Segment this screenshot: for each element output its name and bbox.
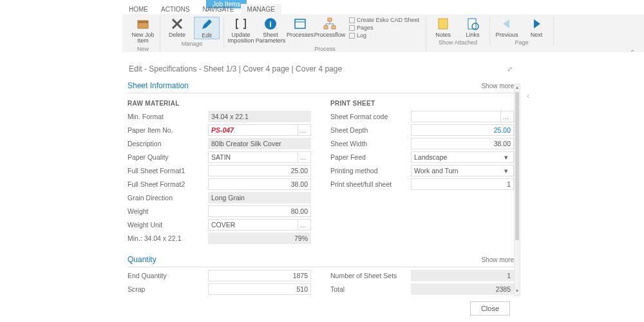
sheet-parameters-button[interactable]: iSheetParameters <box>258 17 283 44</box>
links-label: Links <box>466 32 480 38</box>
notes-button[interactable]: Notes <box>430 17 456 38</box>
flow-icon <box>323 17 337 31</box>
tab-home[interactable]: HOME <box>122 4 155 14</box>
ribbon-group-label: Process <box>314 46 336 52</box>
field-min-format: 34.04 x 22.1 <box>208 111 311 122</box>
info-icon: i <box>263 17 278 31</box>
label-sheet-width: Sheet Width <box>330 140 411 147</box>
update-imposition-button[interactable]: UpdateImposition <box>228 17 254 44</box>
ribbon-check-log[interactable]: Log <box>349 32 419 39</box>
label-min-format: Min. Format <box>128 113 208 120</box>
previous-label: Previous <box>496 32 518 38</box>
processflow-button[interactable]: Processflow <box>317 17 343 38</box>
svg-rect-8 <box>328 18 332 21</box>
label-scrap: Scrap <box>128 285 208 293</box>
checkbox-icon <box>349 33 355 39</box>
dropdown-paper-feed-icon[interactable]: ▾ <box>502 151 511 163</box>
field-full-sheet-1[interactable]: 25.00 <box>208 165 311 176</box>
delete-label: Delete <box>169 32 185 38</box>
field-end-qty[interactable]: 1875 <box>208 270 311 281</box>
field-paper-quality[interactable]: SATIN … <box>208 151 311 163</box>
ribbon-group-label: Manage <box>182 41 203 47</box>
field-total: 2385 <box>411 283 514 295</box>
field-scrap[interactable]: 510 <box>208 283 311 295</box>
dropdown-printing-method-icon[interactable]: ▾ <box>502 165 511 176</box>
field-printing-method[interactable]: Work and Turn ▾ <box>411 165 514 176</box>
brackets-icon <box>234 17 248 31</box>
next-label: Next <box>531 32 543 38</box>
field-description: 80lb Creator Silk Cover <box>208 138 311 149</box>
svg-rect-9 <box>324 26 328 29</box>
field-sheet-width[interactable]: 38.00 <box>411 138 514 149</box>
ribbon-check-label: Pages <box>357 24 374 31</box>
section-title-sheet-info: Sheet Information <box>128 81 189 90</box>
vertical-scrollbar[interactable]: ▴ ▾ <box>514 84 520 296</box>
lookup-paper-quality-icon[interactable]: … <box>298 152 308 162</box>
label-end-qty: End Quantity <box>128 272 208 279</box>
tab-manage[interactable]: MANAGE <box>241 4 281 14</box>
links-button[interactable]: Links <box>460 17 486 38</box>
label-total: Total <box>330 285 411 293</box>
field-format-code[interactable]: … <box>411 111 514 122</box>
previous-button[interactable]: Previous <box>494 17 520 38</box>
scroll-up-icon[interactable]: ▴ <box>515 84 520 92</box>
label-paper-item: Paper Item No. <box>128 126 208 134</box>
next-button[interactable]: Next <box>524 17 549 38</box>
show-more-quantity[interactable]: Show more <box>481 256 514 263</box>
field-sheet-depth[interactable]: 25.00 <box>411 124 514 136</box>
field-full-sheet-2[interactable]: 38.00 <box>208 178 311 190</box>
svg-rect-1 <box>138 21 148 23</box>
ribbon: New JobItemNewDeleteEditManageUpdateImpo… <box>122 14 644 52</box>
lookup-format-code-icon[interactable]: … <box>500 111 511 122</box>
label-paper-feed: Paper Feed <box>330 153 411 161</box>
notes-label: Notes <box>435 32 451 38</box>
expand-icon[interactable]: ⤢ <box>507 65 513 73</box>
delete-button[interactable]: Delete <box>164 17 190 38</box>
update-imposition-label: UpdateImposition <box>227 32 254 44</box>
main-panel: Edit - Specifications - Sheet 1/3 | Cove… <box>128 59 514 322</box>
label-printing-method: Printing method <box>330 167 411 175</box>
lookup-paper-item-icon[interactable]: … <box>298 125 308 135</box>
label-weight-unit: Weight Unit <box>128 221 208 229</box>
checkbox-icon <box>349 17 355 23</box>
prev-icon <box>500 17 514 31</box>
svg-rect-11 <box>439 19 448 29</box>
edit-button[interactable]: Edit <box>194 17 220 39</box>
field-paper-item[interactable]: PS-047 … <box>208 124 311 136</box>
ribbon-check-label: Create Esko CAD Sheet <box>357 17 419 23</box>
label-num-sets: Number of Sheet Sets <box>330 272 411 279</box>
new-job-item-button[interactable]: New JobItem <box>130 17 156 44</box>
processes-label: Processes <box>287 32 314 38</box>
window-icon <box>293 17 307 31</box>
field-num-sets: 1 <box>411 270 514 281</box>
field-paper-feed[interactable]: Landscape ▾ <box>411 151 514 163</box>
show-more-sheet-info[interactable]: Show more <box>481 82 514 90</box>
field-grain: Long Grain <box>208 192 311 204</box>
collapse-ribbon-icon[interactable]: ⌃ <box>630 49 635 56</box>
new-job-item-label: New JobItem <box>131 32 154 44</box>
field-min-pct: 79% <box>208 232 311 244</box>
processes-button[interactable]: Processes <box>287 17 313 38</box>
processflow-label: Processflow <box>314 32 346 38</box>
ribbon-check-label: Log <box>357 32 366 39</box>
label-full-sheet-1: Full Sheet Format1 <box>128 167 208 175</box>
side-panel-toggle-icon[interactable]: ‹ <box>527 91 529 100</box>
scroll-down-icon[interactable]: ▾ <box>515 288 520 296</box>
next-icon <box>529 17 544 31</box>
field-print-full[interactable]: 1 <box>411 178 514 190</box>
subhead-raw-material: RAW MATERIAL <box>128 95 311 109</box>
ribbon-group-label: Show Attached <box>439 39 477 46</box>
close-button[interactable]: Close <box>470 301 510 316</box>
ribbon-check-create-esko-cad-sheet[interactable]: Create Esko CAD Sheet <box>349 17 419 23</box>
label-description: Description <box>128 140 208 147</box>
field-weight[interactable]: 80.00 <box>208 205 311 217</box>
ribbon-check-pages[interactable]: Pages <box>349 24 419 31</box>
scroll-thumb[interactable] <box>515 92 519 240</box>
lookup-weight-unit-icon[interactable]: … <box>298 220 308 230</box>
label-print-full: Print sheet/full sheet <box>330 180 411 188</box>
tab-actions[interactable]: ACTIONS <box>155 4 196 14</box>
field-weight-unit[interactable]: COVER … <box>208 219 311 231</box>
tab-navigate[interactable]: NAVIGATE <box>196 4 240 14</box>
edit-label: Edit <box>202 33 212 39</box>
link-icon <box>466 17 480 31</box>
